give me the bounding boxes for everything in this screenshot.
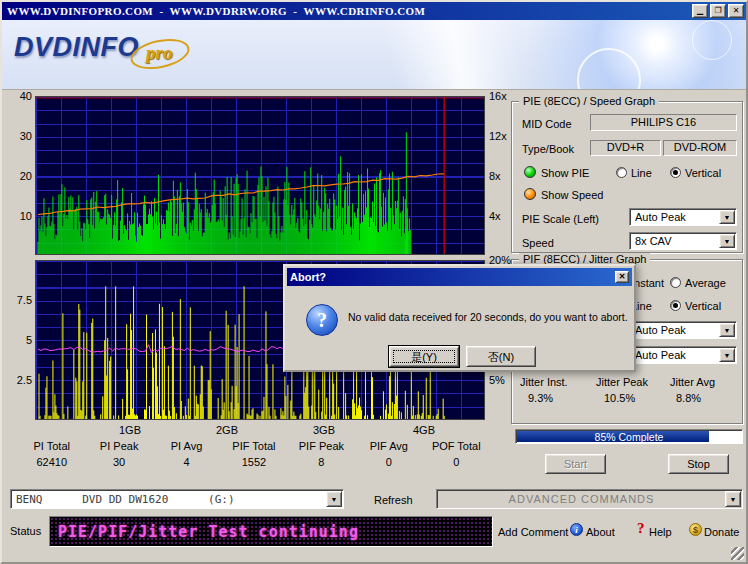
help-button[interactable]: Help [649, 526, 672, 538]
stat-pif-peak: PIF Peak 8 [288, 440, 355, 468]
logo-text: DVDINFO [14, 32, 139, 62]
start-button[interactable]: Start [545, 454, 606, 474]
abort-dialog-message: No valid data received for 20 seconds, d… [348, 311, 628, 323]
stat-value: 8 [288, 456, 355, 468]
close-button[interactable]: ✕ [728, 4, 744, 18]
pie-ytick-20: 20 [8, 170, 32, 182]
xtick-1gb: 1GB [110, 424, 150, 436]
show-speed-label[interactable]: Show Speed [541, 189, 603, 201]
donate-icon[interactable]: $ [689, 523, 702, 536]
stat-pif-avg: PIF Avg 0 [355, 440, 422, 468]
pif-ytick-2-5: 2.5 [8, 374, 32, 386]
minimize-button[interactable]: ▁ [692, 4, 708, 18]
jitter-average-label[interactable]: Average [685, 277, 726, 289]
pif-ytick-7-5: 7.5 [8, 294, 32, 306]
jitter-inst-label: Jitter Inst. [520, 376, 568, 388]
stat-label: PI Peak [85, 440, 152, 452]
pie-chart-svg [36, 97, 484, 254]
pie-scale-select[interactable]: Auto Peak ▼ [629, 208, 737, 226]
stat-label: PIF Avg [355, 440, 422, 452]
question-icon: ? [306, 304, 338, 336]
speed-value: 8x CAV [635, 235, 671, 247]
show-pie-label[interactable]: Show PIE [541, 167, 589, 179]
speed-ytick-8x: 8x [489, 170, 501, 182]
stat-pif-total: PIF Total 1552 [220, 440, 287, 468]
jitter-avg-label: Jitter Avg [670, 376, 715, 388]
dialog-close-icon[interactable]: ✕ [615, 271, 629, 283]
status-led-panel: PIE/PIF/Jitter Test continuing [49, 516, 493, 547]
stat-label: POF Total [423, 440, 490, 452]
chevron-down-icon[interactable]: ▼ [719, 348, 735, 362]
pie-scale-value: Auto Peak [635, 211, 686, 223]
stat-pof-total: POF Total 0 [423, 440, 490, 468]
pie-ytick-30: 30 [8, 130, 32, 142]
pif-scale-value: Auto Peak [635, 324, 686, 336]
about-icon[interactable]: i [570, 523, 583, 536]
jitter-avg-value: 8.8% [676, 392, 701, 404]
show-speed-led-icon [524, 188, 536, 200]
refresh-button[interactable]: Refresh [374, 494, 413, 506]
chevron-down-icon[interactable]: ▼ [719, 210, 735, 224]
chevron-down-icon[interactable]: ▼ [326, 491, 342, 507]
pie-line-radio[interactable] [616, 167, 627, 178]
stat-label: PI Total [18, 440, 85, 452]
pie-speed-graph [35, 96, 485, 255]
pif-ytick-5: 5 [8, 334, 32, 346]
donate-button[interactable]: Donate [704, 526, 739, 538]
dvdinfopro-window: WWW.DVDINFOPRO.COM - WWW.DVDRRW.ORG - WW… [0, 0, 748, 564]
pie-vertical-label[interactable]: Vertical [685, 167, 721, 179]
no-button[interactable]: 否(N) [466, 346, 536, 367]
advanced-commands-select[interactable]: ADVANCED COMMANDS ▼ [436, 489, 743, 509]
pie-vertical-radio[interactable] [670, 167, 681, 178]
window-title: WWW.DVDINFOPRO.COM - WWW.DVDRRW.ORG - WW… [2, 5, 692, 17]
jitter-peak-label: Jitter Peak [596, 376, 648, 388]
stat-pi-peak: PI Peak 30 [85, 440, 152, 468]
stat-value: 0 [355, 456, 422, 468]
speed-select[interactable]: 8x CAV ▼ [629, 232, 737, 250]
speed-ytick-4x: 4x [489, 210, 501, 222]
pie-settings-group: PIE (8ECC) / Speed Graph MID Code PHILIP… [511, 101, 743, 253]
about-button[interactable]: About [586, 526, 615, 538]
pie-scale-label: PIE Scale (Left) [522, 213, 599, 225]
stat-value: 1552 [220, 456, 287, 468]
add-comment-button[interactable]: Add Comment [498, 526, 568, 538]
jitter-average-radio[interactable] [670, 277, 681, 288]
pie-ytick-10: 10 [8, 210, 32, 222]
stat-label: PI Avg [153, 440, 220, 452]
pif-vertical-label[interactable]: Vertical [685, 300, 721, 312]
speed-label: Speed [522, 237, 554, 249]
jitter-peak-value: 10.5% [604, 392, 635, 404]
book-type-field: DVD-ROM [663, 140, 737, 156]
chevron-down-icon[interactable]: ▼ [725, 491, 741, 507]
type-book-label: Type/Book [522, 143, 574, 155]
pif-vertical-radio[interactable] [670, 300, 681, 311]
stat-value: 0 [423, 456, 490, 468]
xtick-3gb: 3GB [304, 424, 344, 436]
drive-select[interactable]: BENQ DVD DD DW1620 (G:) ▼ [10, 489, 344, 509]
yes-button[interactable]: 是(Y) [389, 346, 459, 367]
chevron-down-icon[interactable]: ▼ [719, 234, 735, 248]
title-bar[interactable]: WWW.DVDINFOPRO.COM - WWW.DVDRRW.ORG - WW… [2, 2, 746, 20]
stop-button[interactable]: Stop [668, 454, 729, 474]
stat-label: PIF Peak [288, 440, 355, 452]
pie-line-label[interactable]: Line [631, 167, 652, 179]
drive-value: BENQ DVD DD DW1620 (G:) [16, 493, 235, 506]
jitter-scale-select[interactable]: Auto Peak ▼ [629, 346, 737, 364]
stat-pi-avg: PI Avg 4 [153, 440, 220, 468]
resize-grip[interactable] [731, 547, 744, 560]
jitter-inst-value: 9.3% [528, 392, 553, 404]
abort-dialog-title-bar[interactable]: Abort? ✕ [287, 268, 632, 286]
speed-ytick-16x: 16x [489, 90, 507, 102]
pif-scale-select[interactable]: Auto Peak ▼ [629, 321, 737, 339]
logo-banner: DVDINFO pro [2, 20, 746, 90]
maximize-button[interactable]: ❐ [710, 4, 726, 18]
mid-code-field: PHILIPS C16 [590, 114, 737, 131]
logo-pro-text: pro [146, 42, 172, 64]
status-message: PIE/PIF/Jitter Test continuing [50, 523, 359, 541]
advanced-commands-value: ADVANCED COMMANDS [437, 493, 726, 505]
status-label: Status [10, 525, 41, 537]
chevron-down-icon[interactable]: ▼ [719, 323, 735, 337]
xtick-2gb: 2GB [207, 424, 247, 436]
help-icon[interactable]: ? [637, 520, 645, 537]
stat-label: PIF Total [220, 440, 287, 452]
